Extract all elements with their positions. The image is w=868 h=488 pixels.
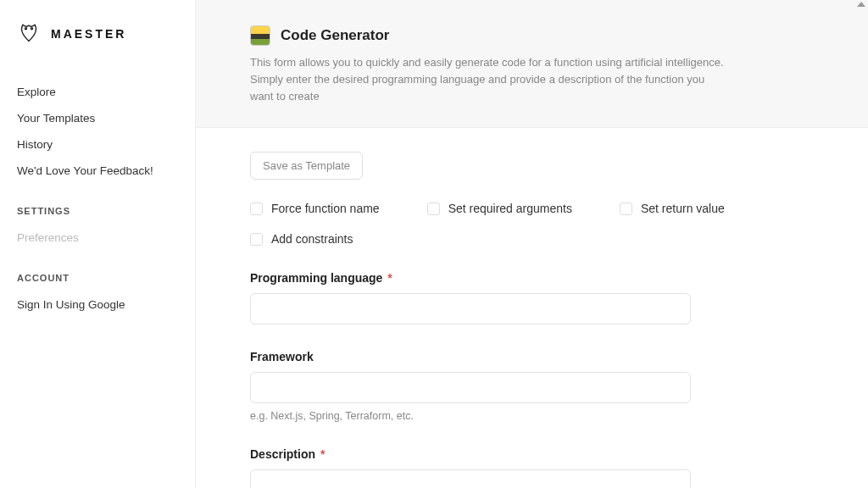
checkbox-icon (250, 233, 263, 246)
account-heading: ACCOUNT (17, 273, 178, 283)
code-generator-icon (250, 25, 270, 46)
field-hint: e.g. Next.js, Spring, Terraform, etc. (250, 410, 691, 422)
programming-language-input[interactable] (250, 293, 691, 324)
checkbox-label: Force function name (271, 202, 380, 215)
description-input[interactable] (250, 469, 691, 488)
svg-point-0 (25, 28, 26, 30)
label-text: Programming language (250, 271, 382, 285)
sidebar-item-your-templates[interactable]: Your Templates (17, 105, 178, 131)
sidebar: MAESTER Explore Your Templates History W… (0, 0, 195, 488)
field-label: Programming language * (250, 271, 691, 285)
sidebar-item-feedback[interactable]: We'd Love Your Feedback! (17, 158, 178, 184)
main-content: Code Generator This form allows you to q… (195, 0, 868, 488)
brand-name: MAESTER (51, 27, 126, 41)
page-subtitle: This form allows you to quickly and easi… (250, 54, 725, 105)
options-row-2: Add constraints (250, 232, 814, 246)
field-label: Framework (250, 350, 691, 363)
checkbox-force-function-name[interactable]: Force function name (250, 202, 380, 215)
sidebar-item-explore[interactable]: Explore (17, 79, 178, 105)
checkbox-icon (250, 202, 263, 215)
field-programming-language: Programming language * (250, 271, 691, 324)
field-label: Description * (250, 447, 691, 461)
field-description: Description * e.g. 'This function does X… (250, 447, 691, 488)
sidebar-item-sign-in-google[interactable]: Sign In Using Google (17, 291, 178, 318)
scroll-up-icon[interactable] (857, 2, 865, 7)
sidebar-item-preferences[interactable]: Preferences (17, 225, 178, 251)
options-row-1: Force function name Set required argumen… (250, 202, 814, 215)
page-title: Code Generator (281, 27, 389, 44)
nav-account: ACCOUNT Sign In Using Google (17, 273, 178, 318)
checkbox-label: Set return value (641, 202, 725, 215)
checkbox-set-return-value[interactable]: Set return value (620, 202, 725, 215)
field-framework: Framework e.g. Next.js, Spring, Terrafor… (250, 350, 691, 422)
checkbox-icon (427, 202, 440, 215)
brand[interactable]: MAESTER (17, 20, 178, 47)
save-as-template-button[interactable]: Save as Template (250, 152, 363, 180)
nav-main: Explore Your Templates History We'd Love… (17, 79, 178, 184)
label-text: Description (250, 447, 315, 461)
form: Save as Template Force function name Set… (196, 128, 868, 488)
svg-point-1 (31, 28, 32, 30)
checkbox-label: Set required arguments (448, 202, 572, 215)
nav-settings: SETTINGS Preferences (17, 206, 178, 251)
framework-input[interactable] (250, 372, 691, 403)
sidebar-item-history[interactable]: History (17, 131, 178, 158)
page-header: Code Generator This form allows you to q… (196, 0, 868, 128)
checkbox-set-required-arguments[interactable]: Set required arguments (427, 202, 572, 215)
checkbox-icon (620, 202, 632, 215)
settings-heading: SETTINGS (17, 206, 178, 216)
checkbox-label: Add constraints (271, 232, 353, 246)
checkbox-add-constraints[interactable]: Add constraints (250, 232, 353, 246)
required-marker: * (317, 447, 325, 461)
brand-logo-icon (17, 20, 41, 47)
required-marker: * (384, 271, 392, 285)
